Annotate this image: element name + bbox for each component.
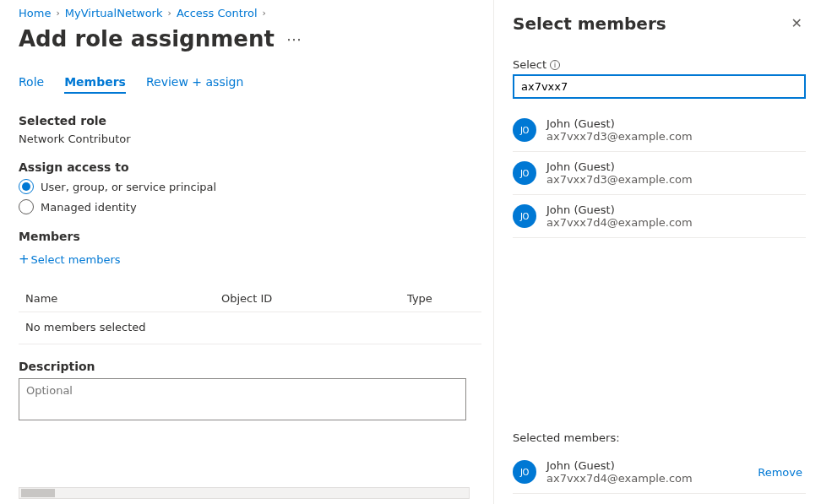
result-name: John (Guest) [546, 160, 693, 173]
selected-members-label: Selected members: [513, 431, 806, 444]
result-email: ax7vxx7d3@example.com [546, 130, 693, 143]
members-label: Members [19, 230, 481, 243]
radio-icon [19, 179, 34, 194]
radio-managed-identity[interactable]: Managed identity [19, 199, 481, 214]
avatar: JO [513, 460, 536, 484]
avatar: JO [513, 118, 536, 142]
select-members-link[interactable]: + Select members [19, 252, 121, 267]
selected-role-label: Selected role [19, 114, 481, 127]
breadcrumb: Home › MyVirtualNetwork › Access Control… [19, 7, 481, 19]
close-icon[interactable]: ✕ [788, 12, 806, 35]
radio-icon [19, 199, 34, 214]
radio-label: Managed identity [41, 201, 137, 214]
search-result-item[interactable]: JO John (Guest) ax7vxx7d3@example.com [513, 109, 806, 152]
plus-icon: + [19, 252, 30, 267]
tab-role[interactable]: Role [19, 75, 44, 94]
tab-members[interactable]: Members [64, 75, 126, 94]
breadcrumb-accesscontrol[interactable]: Access Control [177, 7, 258, 19]
tabs: Role Members Review + assign [19, 75, 481, 94]
search-result-item[interactable]: JO John (Guest) ax7vxx7d3@example.com [513, 152, 806, 195]
col-type: Type [407, 292, 481, 305]
radio-user-group-sp[interactable]: User, group, or service principal [19, 179, 481, 194]
breadcrumb-home[interactable]: Home [19, 7, 51, 19]
chevron-right-icon: › [263, 8, 266, 19]
scrollbar-thumb[interactable] [21, 489, 55, 497]
select-field-label: Select i [513, 58, 806, 71]
radio-label: User, group, or service principal [41, 181, 216, 193]
tab-review[interactable]: Review + assign [146, 75, 243, 94]
breadcrumb-vnet[interactable]: MyVirtualNetwork [65, 7, 163, 19]
select-label-text: Select [513, 58, 546, 71]
selected-name: John (Guest) [546, 459, 693, 472]
col-object-id: Object ID [221, 292, 407, 305]
select-members-panel: Select members ✕ Select i JO John (Guest… [493, 0, 821, 504]
chevron-right-icon: › [167, 8, 171, 19]
horizontal-scrollbar[interactable] [19, 487, 470, 499]
more-actions-button[interactable]: ⋯ [286, 30, 302, 48]
member-search-input[interactable] [513, 74, 806, 99]
chevron-right-icon: › [56, 8, 59, 19]
selected-email: ax7vxx7d4@example.com [546, 472, 693, 485]
result-email: ax7vxx7d3@example.com [546, 173, 693, 186]
select-members-text: Select members [31, 253, 121, 266]
members-empty-row: No members selected [19, 312, 481, 344]
members-table-header: Name Object ID Type [19, 285, 481, 312]
page-title: Add role assignment [19, 26, 275, 51]
selected-role-value: Network Contributor [19, 133, 481, 145]
search-results: JO John (Guest) ax7vxx7d3@example.com JO… [513, 109, 806, 238]
result-name: John (Guest) [546, 117, 693, 130]
avatar: JO [513, 161, 536, 185]
avatar: JO [513, 204, 536, 228]
search-result-item[interactable]: JO John (Guest) ax7vxx7d4@example.com [513, 195, 806, 238]
description-input[interactable] [19, 378, 466, 420]
remove-member-link[interactable]: Remove [758, 466, 806, 479]
selected-member-item: JO John (Guest) ax7vxx7d4@example.com Re… [513, 451, 806, 494]
description-label: Description [19, 360, 481, 373]
col-name: Name [19, 292, 221, 305]
panel-title: Select members [513, 14, 666, 34]
result-name: John (Guest) [546, 203, 693, 216]
assign-access-label: Assign access to [19, 160, 481, 174]
info-icon[interactable]: i [550, 60, 560, 70]
result-email: ax7vxx7d4@example.com [546, 216, 693, 229]
